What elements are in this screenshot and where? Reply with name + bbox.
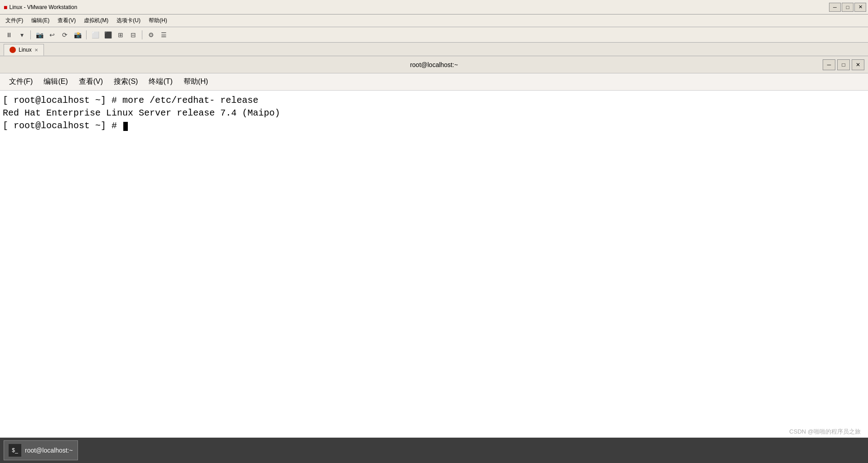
toolbar-settings2-button[interactable]: ☰ <box>158 29 169 40</box>
terminal-line-1: [ root@localhost ~] # more /etc/redhat- … <box>3 94 865 107</box>
vmware-menubar: 文件(F) 编辑(E) 查看(V) 虚拟机(M) 选项卡(U) 帮助(H) <box>0 14 868 27</box>
vmware-menu-help[interactable]: 帮助(H) <box>145 15 171 26</box>
taskbar-terminal-item[interactable]: $_ root@localhost:~ <box>4 440 78 460</box>
terminal-maximize-button[interactable]: □ <box>837 59 850 70</box>
taskbar-item-label: root@localhost:~ <box>25 447 73 454</box>
toolbar-separator-1 <box>30 30 31 39</box>
vmware-menu-tabs[interactable]: 选项卡(U) <box>113 15 144 26</box>
toolbar-separator-2 <box>86 30 87 39</box>
vmware-titlebar: ■ Linux - VMware Workstation ─ □ ✕ <box>0 0 868 14</box>
toolbar-pause-button[interactable]: ⏸ <box>4 29 15 40</box>
vmware-maximize-button[interactable]: □ <box>842 3 853 12</box>
vmware-title: Linux - VMware Workstation <box>9 4 77 10</box>
terminal-menu-terminal[interactable]: 终端(T) <box>145 75 176 88</box>
toolbar-fit-button[interactable]: ⊞ <box>115 29 126 40</box>
terminal-content[interactable]: [ root@localhost ~] # more /etc/redhat- … <box>0 91 868 438</box>
toolbar-snapshot2-button[interactable]: 📸 <box>72 29 83 40</box>
taskbar: $_ root@localhost:~ <box>0 438 868 463</box>
vm-tab-linux[interactable]: Linux ✕ <box>4 44 44 56</box>
terminal-line-2: Red Hat Enterprise Linux Server release … <box>3 107 865 120</box>
csdn-watermark: CSDN @啪啪的程序员之旅 <box>789 428 861 436</box>
toolbar-revert-button[interactable]: ↩ <box>47 29 58 40</box>
vmware-logo-icon: ■ <box>4 4 7 11</box>
terminal-menubar: 文件(F) 编辑(E) 查看(V) 搜索(S) 终端(T) 帮助(H) <box>0 73 868 91</box>
terminal-window: root@localhost:~ ─ □ ✕ 文件(F) 编辑(E) 查看(V)… <box>0 56 868 438</box>
vm-tab-label: Linux <box>19 47 32 53</box>
toolbar-resize-button[interactable]: ⊟ <box>128 29 139 40</box>
terminal-menu-view[interactable]: 查看(V) <box>75 75 107 88</box>
terminal-minimize-button[interactable]: ─ <box>823 59 835 70</box>
terminal-title: root@localhost:~ <box>410 61 458 68</box>
toolbar-snapshot-manager-button[interactable]: ⟳ <box>59 29 70 40</box>
vmware-menu-file[interactable]: 文件(F) <box>2 15 27 26</box>
terminal-close-button[interactable]: ✕ <box>852 59 864 70</box>
vmware-minimize-button[interactable]: ─ <box>829 3 841 12</box>
toolbar-settings-button[interactable]: ⚙ <box>145 29 156 40</box>
vmware-menu-edit[interactable]: 编辑(E) <box>28 15 53 26</box>
terminal-line-3: [ root@localhost ~] # <box>3 120 865 132</box>
toolbar-dropdown-button[interactable]: ▾ <box>16 29 27 40</box>
terminal-menu-file[interactable]: 文件(F) <box>5 75 36 88</box>
terminal-cursor <box>123 122 128 131</box>
vmware-menu-view[interactable]: 查看(V) <box>54 15 79 26</box>
terminal-menu-search[interactable]: 搜索(S) <box>110 75 141 88</box>
toolbar-fullscreen-button[interactable]: ⬜ <box>90 29 101 40</box>
taskbar-terminal-icon: $_ <box>9 444 21 457</box>
vmware-window-controls: ─ □ ✕ <box>829 3 866 12</box>
vm-tabs: Linux ✕ <box>0 43 868 56</box>
terminal-menu-help[interactable]: 帮助(H) <box>180 75 212 88</box>
vmware-menu-vm[interactable]: 虚拟机(M) <box>80 15 112 26</box>
terminal-menu-edit[interactable]: 编辑(E) <box>40 75 71 88</box>
vmware-close-button[interactable]: ✕ <box>854 3 866 12</box>
terminal-titlebar: root@localhost:~ ─ □ ✕ <box>0 56 868 73</box>
vm-tab-close-button[interactable]: ✕ <box>34 48 38 53</box>
toolbar-snapshot-button[interactable]: 📷 <box>34 29 45 40</box>
vm-tab-icon <box>10 47 16 53</box>
terminal-window-controls: ─ □ ✕ <box>823 59 864 70</box>
vmware-toolbar: ⏸ ▾ 📷 ↩ ⟳ 📸 ⬜ ⬛ ⊞ ⊟ ⚙ ☰ <box>0 27 868 43</box>
toolbar-separator-3 <box>142 30 142 39</box>
toolbar-unity-button[interactable]: ⬛ <box>102 29 113 40</box>
